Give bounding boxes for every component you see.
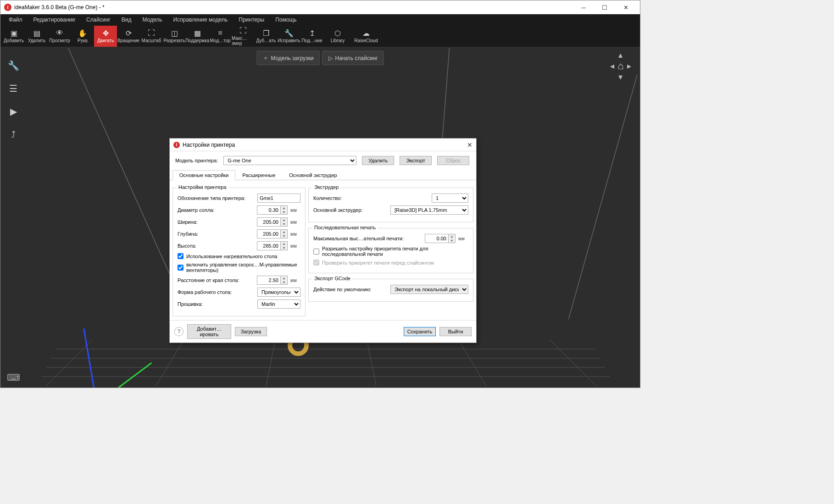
firmware-select[interactable]: Marlin <box>257 299 300 309</box>
menu-printers[interactable]: Принтеры <box>233 15 270 24</box>
tb-raisecloud[interactable]: ☁RaiseCloud <box>352 26 380 47</box>
menu-edit[interactable]: Редактирование <box>28 15 81 24</box>
chevron-up-icon[interactable]: ▴ <box>618 50 623 60</box>
height-label: Высота: <box>178 243 254 249</box>
svg-line-5 <box>156 340 184 386</box>
depth-spinner[interactable]: ▲▼ <box>257 229 288 238</box>
sequential-group: Последовательная печать Максимальная выс… <box>308 228 473 273</box>
upload-button[interactable]: ⤴ <box>7 128 20 141</box>
menu-help[interactable]: Помощь <box>270 15 302 24</box>
tb-delete[interactable]: ▤Удалить <box>25 26 48 47</box>
reset-printer-button[interactable]: Сброс <box>437 156 469 165</box>
duplicate-profile-button[interactable]: Добавит…ировать <box>187 324 231 339</box>
viewport-3d[interactable]: ＋Модель загрузки ▷Начать слайсинг 🔧 ☰ ▶ … <box>0 47 640 388</box>
slider-icon: ≡ <box>216 29 225 37</box>
tab-advanced[interactable]: Расширенные <box>235 170 282 180</box>
printer-settings-group: Настройки принтера Обозначение типа прин… <box>172 188 306 316</box>
tb-library[interactable]: ⬡Library <box>323 26 352 47</box>
menu-view[interactable]: Вид <box>116 15 137 24</box>
seq-allow-checkbox[interactable]: Разрешить настройку приоритета печати дл… <box>313 246 468 257</box>
close-button[interactable]: ✕ <box>615 0 636 14</box>
skirt-spinner[interactable]: ▲▼ <box>257 276 288 285</box>
heated-bed-checkbox[interactable]: Использование нагревательного стола <box>178 253 300 259</box>
tb-duplicate[interactable]: ❐Дуб…ать <box>255 26 278 47</box>
help-button[interactable]: ? <box>174 327 183 336</box>
gcode-action-label: Действие по умолчанию: <box>313 287 388 292</box>
shape-label: Форма рабочего стола: <box>178 289 255 295</box>
play-icon: ▷ <box>328 55 333 61</box>
keyboard-icon: ⌨ <box>7 372 20 382</box>
expand-icon: ⛶ <box>239 27 248 35</box>
tb-rotate[interactable]: ⟳Вращение <box>117 26 140 47</box>
svg-line-7 <box>367 340 376 386</box>
window-controls: ─ ☐ ✕ <box>573 0 636 14</box>
settings-button[interactable]: 🔧 <box>7 59 20 72</box>
export-printer-button[interactable]: Экспорт <box>400 156 432 165</box>
preview-button[interactable]: ▶ <box>7 105 20 118</box>
nav-gizmo[interactable]: ▴ ◂⌂▸ ▾ <box>608 50 634 78</box>
nozzle-spinner[interactable]: ▲▼ <box>257 205 288 215</box>
duplicate-icon: ❐ <box>261 29 271 37</box>
shape-select[interactable]: Прямоугольник <box>257 288 300 297</box>
height-spinner[interactable]: ▲▼ <box>257 241 288 250</box>
list-button[interactable]: ☰ <box>7 82 20 95</box>
seq-max-spinner[interactable]: ▲▼ <box>425 234 456 243</box>
rotate-icon: ⟳ <box>124 29 133 37</box>
cloud-icon: ☁ <box>361 29 371 37</box>
svg-line-14 <box>97 363 152 388</box>
menu-slicing[interactable]: Слайсинг <box>81 15 116 24</box>
dialog-close-button[interactable]: ✕ <box>467 141 473 149</box>
tb-cut[interactable]: ◫Разрезать <box>163 26 186 47</box>
load-profile-button[interactable]: Загрузка <box>235 327 267 336</box>
tb-scale[interactable]: ⛶Масштаб <box>140 26 163 47</box>
printer-settings-dialog: i Настройки принтера ✕ Модель принтера: … <box>169 138 477 343</box>
save-button[interactable]: Сохранить <box>404 327 436 336</box>
eye-icon: 👁 <box>55 29 64 37</box>
tb-view[interactable]: 👁Просмотр <box>48 26 71 47</box>
dialog-body: Настройки принтера Обозначение типа прин… <box>170 180 476 319</box>
firmware-label: Прошивка: <box>178 301 255 307</box>
tab-extruder[interactable]: Основной экструдер <box>282 170 344 180</box>
printer-model-select[interactable]: G-me One <box>223 156 356 165</box>
delete-printer-button[interactable]: Удалить <box>362 156 394 165</box>
gcode-action-select[interactable]: Экспорт на локальный диск <box>390 285 468 294</box>
primary-extruder-select[interactable]: [Raise3D] PLA 1.75mm <box>390 205 468 215</box>
tb-hand[interactable]: ✋Рука <box>71 26 94 47</box>
maximize-button[interactable]: ☐ <box>594 0 615 14</box>
scale-icon: ⛶ <box>147 29 156 37</box>
chevron-left-icon[interactable]: ◂ <box>610 61 614 71</box>
menu-file[interactable]: Файл <box>3 15 28 24</box>
menu-repair[interactable]: Исправление модель <box>168 15 234 24</box>
tb-fix[interactable]: 🔧Исправить <box>278 26 300 47</box>
tb-maxfit[interactable]: ⛶Макс…змер <box>232 26 255 47</box>
load-model-button[interactable]: ＋Модель загрузки <box>257 51 320 65</box>
keyboard-button[interactable]: ⌨ <box>7 372 20 383</box>
menu-model[interactable]: Модель <box>137 15 167 24</box>
minimize-button[interactable]: ─ <box>573 0 594 14</box>
chevron-down-icon[interactable]: ▾ <box>618 72 623 82</box>
right-column: Экструдер Количество: 1 Основной экструд… <box>308 182 473 316</box>
tb-add[interactable]: ▣Добавить <box>2 26 25 47</box>
home-icon[interactable]: ⌂ <box>617 60 623 72</box>
tab-basic[interactable]: Основные настройки <box>172 170 235 180</box>
left-column: Настройки принтера Обозначение типа прин… <box>172 182 306 316</box>
tb-move[interactable]: ✥Двигать <box>94 26 117 47</box>
model-label: Модель принтера: <box>175 158 218 163</box>
svg-line-9 <box>550 340 596 386</box>
app-icon: i <box>4 4 11 11</box>
menubar: Файл Редактирование Слайсинг Вид Модель … <box>0 14 640 25</box>
extruder-count-select[interactable]: 1 <box>432 194 468 203</box>
tb-modifier[interactable]: ≡Мод…тор <box>209 26 232 47</box>
support-icon: ▦ <box>193 29 202 37</box>
start-slicing-button[interactable]: ▷Начать слайсинг <box>322 51 384 65</box>
tb-connection[interactable]: ↥Под…ние <box>300 26 323 47</box>
fan-control-checkbox[interactable]: включить управление скорос…М-управляемые… <box>178 262 300 273</box>
tb-support[interactable]: ▦Поддержка <box>186 26 209 47</box>
chevron-right-icon[interactable]: ▸ <box>627 61 631 71</box>
printer-name-input[interactable] <box>257 194 300 203</box>
width-spinner[interactable]: ▲▼ <box>257 217 288 227</box>
wrench-icon: 🔧 <box>8 60 19 71</box>
exit-button[interactable]: Выйти <box>439 327 472 336</box>
cube-plus-icon: ▣ <box>9 29 18 37</box>
move-icon: ✥ <box>101 29 110 37</box>
